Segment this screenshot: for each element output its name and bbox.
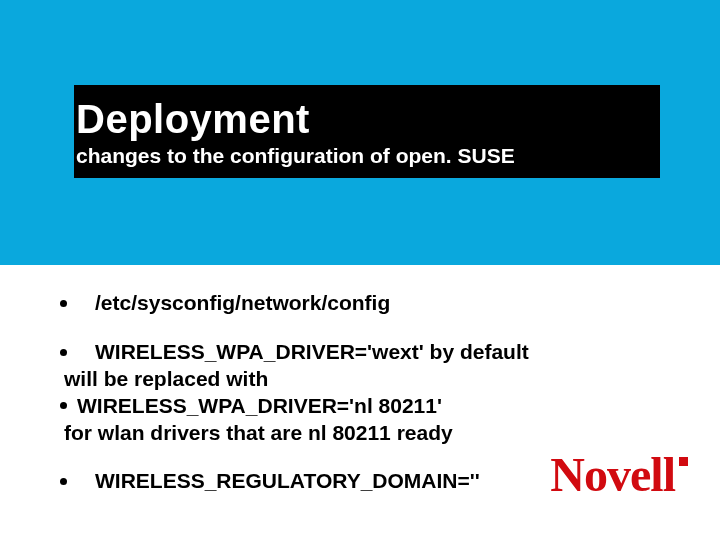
slide-subtitle: changes to the configuration of open. SU… [74, 144, 660, 168]
slide-title: Deployment [74, 97, 660, 142]
novell-logo-text: Novell [550, 447, 675, 502]
title-block: Deployment changes to the configuration … [74, 85, 660, 178]
continuation-text: for wlan drivers that are nl 80211 ready [56, 420, 680, 447]
bullet-icon [60, 402, 67, 409]
bullet-text: WIRELESS_WPA_DRIVER='nl 80211' [77, 394, 442, 417]
slide: Deployment changes to the configuration … [0, 0, 720, 540]
novell-logo: Novell [550, 447, 688, 502]
bullet-icon [60, 478, 67, 485]
bullet-row: WIRELESS_WPA_DRIVER='wext' by default [56, 339, 680, 366]
bullet-text: WIRELESS_REGULATORY_DOMAIN='' [95, 468, 480, 495]
bullet-icon [60, 349, 67, 356]
bullet-icon [60, 300, 67, 307]
novell-logo-dot-icon [679, 457, 688, 466]
bullet-row-inline: WIRELESS_WPA_DRIVER='nl 80211' [56, 393, 680, 420]
bullet-text: /etc/sysconfig/network/config [95, 290, 390, 317]
bullet-text: WIRELESS_WPA_DRIVER='wext' by default [95, 339, 529, 366]
continuation-text: will be replaced with [56, 366, 680, 393]
bullet-row: /etc/sysconfig/network/config [56, 290, 680, 317]
